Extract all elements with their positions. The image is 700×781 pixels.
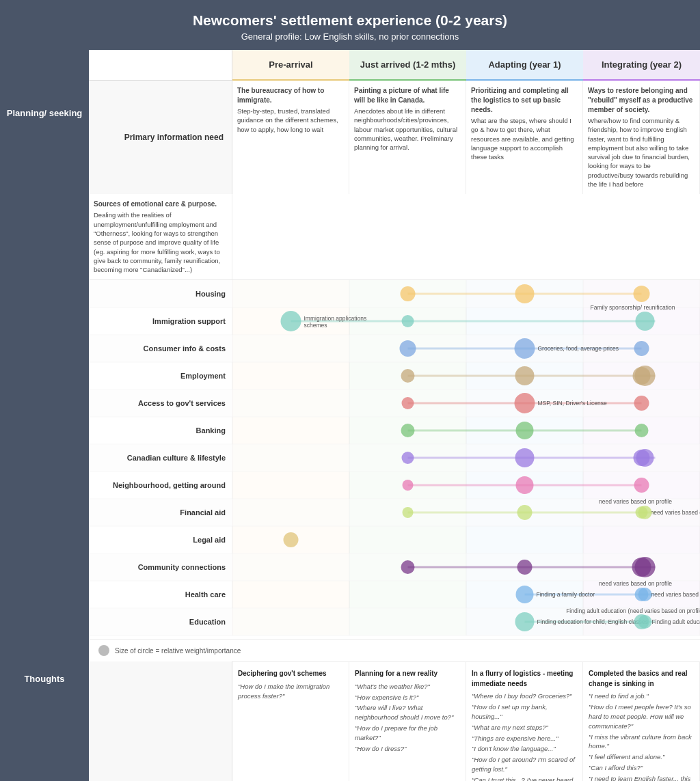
svg-point-38: [635, 366, 656, 386]
svg-text:Groceries, food, average price: Groceries, food, average prices: [538, 345, 619, 352]
svg-point-105: [638, 615, 652, 629]
primary-need-cell-3: Ways to restore belonging and "rebuild" …: [583, 81, 700, 194]
svg-text:Access to gov't services: Access to gov't services: [138, 399, 226, 407]
primary-need-cell-0: The bureaucracy of how to immigrate. Ste…: [232, 81, 349, 194]
svg-point-35: [401, 369, 415, 383]
planning-content: Primary information need The bureaucracy…: [89, 81, 700, 661]
svg-point-85: [517, 560, 533, 575]
svg-text:Housing: Housing: [196, 290, 226, 298]
svg-text:need varies based on profile: need varies based on profile: [599, 580, 672, 587]
svg-text:Immigration support: Immigration support: [152, 317, 226, 325]
svg-text:Neighbourhood, getting around: Neighbourhood, getting around: [113, 481, 226, 489]
phase-pre-arrival: Pre-arrival: [232, 50, 349, 81]
svg-text:need varies based on profile: need varies based on profile: [651, 509, 701, 516]
primary-need-cell-2: Prioritizing and completing all the logi…: [466, 81, 583, 194]
phase-just-arrived: Just arrived (1-2 mths): [349, 50, 466, 81]
page-subtitle: General profile: Low English skills, no …: [0, 31, 700, 42]
primary-need-row: Primary information need The bureaucracy…: [89, 81, 700, 280]
svg-point-75: [638, 506, 652, 519]
svg-text:Education: Education: [189, 618, 226, 626]
left-sidebar: [0, 50, 89, 81]
main-content: Pre-arrival Just arrived (1-2 mths) Adap…: [89, 50, 700, 81]
planning-label: Planning/ seeking: [0, 81, 89, 614]
thoughts-main: Deciphering gov't schemes "How do I make…: [89, 661, 700, 781]
phase-integrating: Integrating (year 2): [583, 50, 700, 81]
thought-quotes-0: "How do I make the immigration process f…: [238, 682, 343, 701]
svg-text:Banking: Banking: [196, 426, 226, 435]
svg-point-36: [515, 366, 535, 385]
svg-point-44: [515, 393, 535, 413]
svg-text:Finding adult education (need : Finding adult education (need varies bas…: [652, 618, 701, 625]
svg-point-84: [401, 560, 415, 574]
svg-point-58: [515, 448, 535, 467]
svg-point-91: [516, 586, 534, 603]
svg-point-66: [634, 478, 649, 493]
svg-point-43: [402, 397, 414, 409]
svg-text:Finding a family doctor: Finding a family doctor: [537, 591, 595, 598]
section-sidebar: Planning/ seeking: [0, 81, 89, 661]
svg-point-22: [636, 312, 655, 331]
thought-quotes-1: "What's the weather like?""How expensive…: [355, 682, 460, 753]
svg-point-71: [403, 507, 414, 518]
thought-col-3: Completed the basics and real change is …: [583, 661, 700, 781]
svg-point-29: [515, 338, 535, 359]
svg-point-107: [98, 645, 109, 656]
svg-text:Health care: Health care: [185, 590, 226, 599]
thought-quotes-2: "Where do I buy food? Groceries?""How do…: [472, 691, 577, 781]
thought-col-1: Planning for a new reality "What's the w…: [349, 661, 466, 781]
svg-point-51: [516, 422, 534, 439]
svg-text:Financial aid: Financial aid: [180, 508, 226, 517]
svg-text:Canadian culture & lifestyle: Canadian culture & lifestyle: [127, 454, 226, 462]
svg-point-46: [634, 396, 649, 411]
svg-text:Consumer info & costs: Consumer info & costs: [144, 344, 226, 353]
svg-text:Finding adult education (need : Finding adult education (need varies bas…: [566, 607, 700, 614]
svg-point-57: [402, 452, 414, 464]
primary-need-label: Primary information need: [89, 81, 232, 194]
svg-point-50: [401, 424, 415, 437]
svg-text:Finding education for child, E: Finding education for child, English cla…: [537, 618, 649, 625]
thought-col-2: In a flurry of logistics - meeting immed…: [466, 661, 583, 781]
svg-point-79: [284, 532, 299, 547]
thoughts-section: Thoughts Deciphering gov't schemes "How …: [0, 661, 700, 781]
svg-point-28: [400, 340, 416, 357]
svg-point-13: [401, 286, 416, 301]
phase-adapting: Adapting (year 1): [466, 50, 583, 81]
svg-text:Legal aid: Legal aid: [193, 536, 226, 544]
svg-point-72: [517, 505, 533, 520]
page-header: Newcomers' settlement experience (0-2 ye…: [0, 0, 700, 50]
primary-need-cell-1: Painting a picture of what life will be …: [349, 81, 466, 194]
svg-text:need varies based on profile: need varies based on profile: [651, 591, 701, 598]
svg-text:Family sponsorship/ reunificat: Family sponsorship/ reunification: [591, 304, 675, 311]
svg-point-31: [634, 341, 649, 356]
svg-point-15: [634, 286, 650, 302]
thoughts-grid: Deciphering gov't schemes "How do I make…: [89, 661, 700, 781]
bubble-visualization: HousingImmigration supportImmigration ap…: [89, 280, 700, 639]
svg-text:Employment: Employment: [180, 372, 226, 380]
thoughts-sidebar: Thoughts: [0, 661, 89, 781]
svg-point-19: [281, 311, 301, 331]
svg-point-95: [638, 588, 652, 601]
thought-quotes-3: "I need to find a job.""How do I meet pe…: [589, 691, 694, 781]
svg-point-87: [635, 557, 656, 577]
svg-text:MSP, SIN, Driver's License: MSP, SIN, Driver's License: [538, 400, 607, 407]
svg-point-101: [515, 612, 535, 631]
svg-text:Community connections: Community connections: [138, 563, 226, 571]
svg-point-60: [636, 449, 654, 467]
svg-point-21: [402, 315, 414, 327]
legend: Size of circle = relative weight/importa…: [89, 639, 700, 661]
legend-text: Size of circle = relative weight/importa…: [115, 647, 241, 655]
page-title: Newcomers' settlement experience (0-2 ye…: [0, 12, 700, 29]
svg-point-65: [516, 476, 534, 494]
primary-need-cell-4: Sources of emotional care & purpose. Dea…: [89, 194, 232, 279]
phase-headers: Pre-arrival Just arrived (1-2 mths) Adap…: [89, 50, 700, 81]
thought-col-0: Deciphering gov't schemes "How do I make…: [232, 661, 349, 781]
svg-point-64: [403, 480, 414, 491]
svg-text:need varies based on profile: need varies based on profile: [599, 498, 672, 505]
svg-point-52: [635, 424, 649, 437]
svg-point-14: [515, 284, 535, 303]
